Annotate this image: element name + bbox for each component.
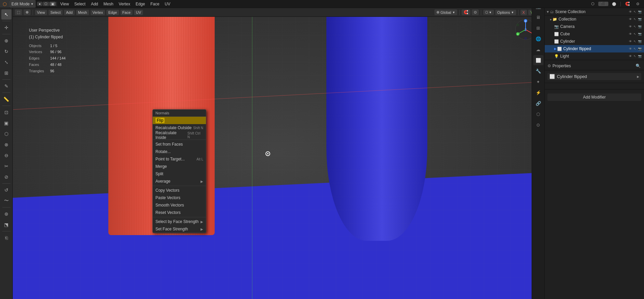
world-props-btn[interactable]: ☁ [533, 44, 543, 54]
viewport-shading-render[interactable]: ⬤ [609, 2, 619, 6]
light-vis-eye[interactable]: 👁 [628, 54, 633, 59]
cyl-vis-select[interactable]: ↖ [633, 39, 637, 44]
edge-menu[interactable]: Edge [133, 0, 148, 8]
viewport-select-menu[interactable]: Select [48, 10, 63, 15]
scene-vis-eye[interactable]: 👁 [628, 9, 633, 14]
coll-vis-render[interactable]: 📷 [637, 17, 642, 22]
select-menu[interactable]: Select [72, 0, 88, 8]
smooth-tool[interactable]: 〜 [1, 196, 11, 206]
scene-vis-select[interactable]: ↖ [633, 9, 637, 14]
knife-tool[interactable]: ✂ [1, 161, 11, 171]
add-menu[interactable]: Add [88, 0, 101, 8]
menu-item-reset-vectors[interactable]: Reset Vectors [153, 209, 206, 216]
outliner-item-camera[interactable]: 📷 Camera 👁 ↖ 📷 [545, 23, 644, 30]
select-tool[interactable]: ↖ [1, 9, 11, 20]
overlay-btn[interactable]: ⬡ ▼ [483, 10, 494, 15]
menu-item-copy-vectors[interactable]: Copy Vectors [153, 187, 206, 194]
cylf-vis-select[interactable]: ↖ [633, 46, 637, 51]
options-btn[interactable]: Options ▼ [495, 10, 516, 15]
menu-item-flip[interactable]: Flip [153, 117, 206, 124]
cylf-vis-eye[interactable]: 👁 [628, 46, 633, 51]
view-menu[interactable]: View [58, 0, 72, 8]
xform-x-btn[interactable]: X [521, 10, 527, 15]
scene-collection-expand[interactable]: ▾ [547, 9, 549, 14]
outliner-item-collection[interactable]: ▸ 📁 Collection 👁 ↖ 📷 [545, 15, 644, 23]
menu-item-select-by-face[interactable]: Select by Face Strength ▶ [153, 218, 206, 225]
rotate-tool[interactable]: ↻ [1, 46, 11, 57]
viewport-view-btn[interactable]: ⬚ [15, 9, 22, 15]
inset-tool[interactable]: ▣ [1, 118, 11, 128]
outliner-item-cylinder-flipped[interactable]: ▶ ⬜ Cylinder flipped 👁 ↖ 📷 [545, 45, 644, 52]
menu-item-split[interactable]: Split [153, 170, 206, 178]
vertex-menu[interactable]: Vertex [116, 0, 133, 8]
spin-tool[interactable]: ↺ [1, 185, 11, 195]
edge-mode-btn[interactable]: ⎔ [43, 2, 49, 6]
uv-menu[interactable]: UV [162, 0, 173, 8]
props-search-btn[interactable]: 🔍 [635, 63, 641, 69]
object-name-field[interactable]: ⬜ Cylinder flipped ▶ [547, 73, 641, 80]
particles-btn[interactable]: ✦ [533, 77, 543, 87]
scale-tool[interactable]: ⤡ [1, 57, 11, 67]
shrink-fatten-tool[interactable]: ⊛ [1, 209, 11, 219]
menu-item-average[interactable]: Average ▶ [153, 178, 206, 185]
loop-cut-tool[interactable]: ⊗ [1, 140, 11, 150]
view-layer-btn[interactable]: ⊞ [533, 23, 543, 33]
modifier-props-btn[interactable]: 🔧 [533, 66, 543, 76]
transform-orientation-btn[interactable]: ⊕ Global ▼ [434, 9, 457, 15]
menu-item-set-from-faces[interactable]: Set from Faces [153, 141, 206, 148]
output-props-btn[interactable]: 🖥 [533, 12, 543, 22]
rip-tool[interactable]: ⎗ [1, 233, 11, 243]
coll-vis-eye[interactable]: 👁 [628, 17, 633, 22]
snap-toggle[interactable]: 🧲 [462, 9, 470, 15]
cylf-vis-render[interactable]: 📷 [637, 46, 642, 51]
cam-vis-select[interactable]: ↖ [633, 24, 637, 29]
physics-btn[interactable]: ⚡ [533, 87, 543, 98]
transform-tool[interactable]: ⊞ [1, 68, 11, 78]
outliner-item-cube[interactable]: ⬜ Cube 👁 ↖ 📷 [545, 30, 644, 38]
face-menu[interactable]: Face [148, 0, 162, 8]
annotate-tool[interactable]: ✎ [1, 81, 11, 91]
object-props-btn[interactable]: ⬜ [533, 55, 543, 65]
light-vis-render[interactable]: 📷 [637, 54, 642, 59]
blender-icon[interactable]: ⬡ [0, 0, 9, 8]
menu-item-smooth-vectors[interactable]: Smooth Vectors [153, 201, 206, 209]
viewport-shading-wire[interactable]: ⬡ [588, 2, 597, 6]
viewport-shading-solid[interactable]: ⬛ [598, 2, 608, 6]
cam-vis-eye[interactable]: 👁 [628, 24, 633, 29]
viewport-uv-menu[interactable]: UV [134, 10, 143, 15]
viewport-vertex-menu[interactable]: Vertex [91, 10, 105, 15]
mesh-menu[interactable]: Mesh [101, 0, 116, 8]
mode-selector[interactable]: Edit Mode ▼ [9, 0, 36, 8]
menu-item-paste-vectors[interactable]: Paste Vectors [153, 194, 206, 201]
cyl-vis-render[interactable]: 📷 [637, 39, 642, 44]
menu-item-recalc-inside[interactable]: Recalculate Inside Shift Ctrl N [153, 132, 206, 139]
vert-mode-btn[interactable]: ● [37, 2, 42, 6]
menu-item-merge[interactable]: Merge [153, 163, 206, 170]
viewport[interactable]: ⬚ ⊕ View Select Add Mesh Vertex Edge Fac… [13, 8, 544, 299]
cube-vis-render[interactable]: 📷 [637, 32, 642, 36]
proportional-btn[interactable]: ⊙ [634, 2, 642, 6]
viewport-view-menu[interactable]: View [35, 10, 47, 15]
add-modifier-btn[interactable]: Add Modifier [547, 94, 641, 101]
proportional-toggle[interactable]: ⊙ [472, 9, 479, 15]
outliner-item-cylinder[interactable]: ⬜ Cylinder 👁 ↖ 📷 [545, 38, 644, 45]
viewport-add-menu[interactable]: Add [64, 10, 75, 15]
cyl-vis-eye[interactable]: 👁 [628, 39, 633, 44]
data-props-btn[interactable]: ⬡ [533, 109, 543, 119]
offset-edge-tool[interactable]: ⊖ [1, 150, 11, 160]
cube-vis-select[interactable]: ↖ [633, 32, 637, 36]
constraints-btn[interactable]: 🔗 [533, 98, 543, 108]
move-tool[interactable]: ⊕ [1, 36, 11, 46]
snap-btn[interactable]: 🧲 [622, 2, 633, 6]
menu-item-set-face-strength[interactable]: Set Face Strength ▶ [153, 225, 206, 233]
scene-props-btn[interactable]: 🌐 [533, 34, 543, 44]
menu-item-rotate[interactable]: Rotate... [153, 148, 206, 155]
viewport-mode-btn[interactable]: ⊕ [24, 9, 31, 15]
outliner-item-light[interactable]: 💡 Light 👁 ↖ 📷 [545, 52, 644, 60]
cam-vis-render[interactable]: 📷 [637, 24, 642, 29]
face-mode-btn[interactable]: ▣ [49, 2, 56, 6]
viewport-face-menu[interactable]: Face [120, 10, 133, 15]
scene-vis-render[interactable]: 📷 [637, 9, 642, 14]
material-btn[interactable]: ⊙ [533, 120, 543, 130]
coll-vis-select[interactable]: ↖ [633, 17, 637, 22]
